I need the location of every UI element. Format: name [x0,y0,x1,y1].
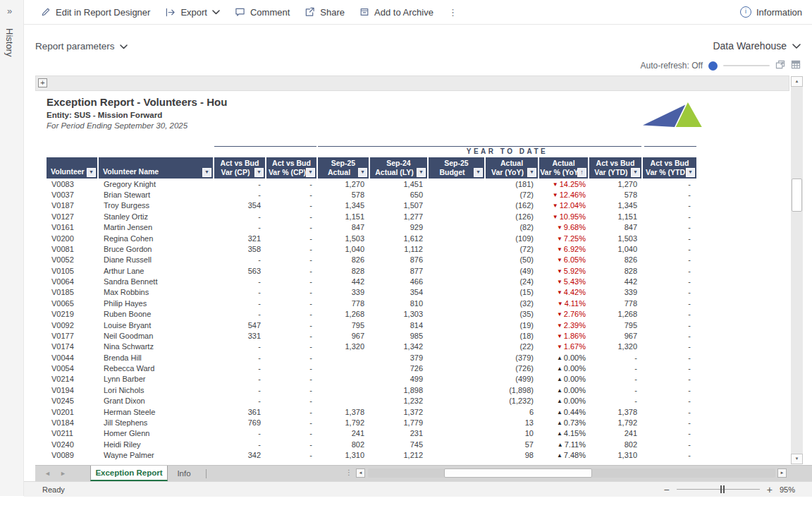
cell-act-vs-bud-var-cp: - [214,277,266,286]
zoom-slider-handle[interactable] [720,485,725,493]
horizontal-scrollbar[interactable] [368,468,775,478]
cell-act-vs-bud-var-pct-cp: - [266,223,318,231]
filter-dropdown-icon[interactable]: ▼ [686,168,695,177]
down-triangle-icon: ▼ [557,311,562,318]
cell-sep-24-actual-ly: 985 [370,332,429,340]
cell-act-vs-bud-var-ytd: 828 [589,267,643,275]
cell-act-vs-bud-var-pct-ytd: - [643,397,696,405]
pencil-icon [41,7,51,17]
vertical-scrollbar-thumb[interactable] [792,179,802,212]
column-header-sep-25-budget: Sep-25Budget▼ [429,157,486,179]
cell-volunteer-name: Arthur Lane [99,267,214,275]
cell-actual-var-yoy: (162) [486,201,539,210]
filter-dropdown-icon[interactable]: ▼ [202,168,211,177]
cell-sep-24-actual-ly: 466 [370,277,429,286]
scroll-left-icon[interactable]: ◄ [356,468,365,478]
expand-panel-icon[interactable]: » [7,6,12,16]
expand-outline-button[interactable]: + [38,78,47,87]
share-button[interactable]: Share [304,7,345,18]
cell-act-vs-bud-var-pct-ytd: - [643,255,696,264]
filter-dropdown-icon[interactable]: ▼ [417,168,426,177]
cell-actual-var-yoy: (24) [486,277,539,286]
information-button[interactable]: i Information [740,6,802,18]
toolbar-overflow-button[interactable]: ⋮ [448,7,457,18]
auto-refresh-slider-track[interactable] [723,65,770,66]
data-warehouse-selector[interactable]: Data Warehouse [713,40,801,52]
status-bar: Ready − + 95% [24,481,812,497]
cell-sep-25-actual: 1,268 [318,310,370,318]
report-entity: Entity: SUS - Mission Forward [47,111,162,119]
filter-dropdown-icon[interactable]: ▼ [254,168,264,177]
zoom-slider-track[interactable] [677,489,760,490]
cell-act-vs-bud-var-ytd: 847 [589,223,643,231]
tab-nav-right-icon[interactable]: ► [60,470,66,477]
filter-dropdown-icon[interactable]: ▼ [527,168,536,177]
zoom-out-button[interactable]: − [664,486,670,493]
share-icon [304,7,315,17]
tabbar-overflow-dots[interactable]: ⋮ [345,468,352,476]
filter-dropdown-icon[interactable]: ▼ [631,168,640,177]
tab-exception-report[interactable]: Exception Report [90,466,168,481]
cell-actual-var-yoy: (18) [486,332,539,340]
cell-act-vs-bud-var-cp: - [214,461,266,463]
down-triangle-icon: ▼ [557,344,562,350]
filter-dropdown-icon[interactable]: ▼ [474,168,483,177]
cell-act-vs-bud-var-ytd: 1,151 [589,212,643,221]
vertical-scrollbar[interactable]: ▲ ▼ [791,76,803,464]
history-panel-label[interactable]: History [4,28,15,56]
cell-act-vs-bud-var-pct-cp: - [266,429,318,437]
cell-sep-24-actual-ly: 1,342 [370,342,429,351]
zoom-in-button[interactable]: + [767,486,773,493]
cell-act-vs-bud-var-pct-cp: - [266,255,318,264]
auto-refresh-slider-handle[interactable] [708,61,718,71]
cell-sep-25-actual: 339 [318,288,370,296]
filter-dropdown-icon[interactable]: ▼ [358,168,367,177]
report-parameters-toggle[interactable]: Report parameters [35,41,128,52]
cell-act-vs-bud-var-pct-ytd: - [643,201,696,210]
grid-view-icon[interactable] [791,59,801,72]
cell-volunteer-name: Martin Jensen [99,223,214,231]
cell-sep-25-actual: 241 [318,429,370,437]
cell-sep-24-actual-ly: 354 [370,288,429,296]
cell-sep-24-actual-ly: 231 [370,429,429,437]
scroll-right-icon[interactable]: ► [777,468,787,478]
cell-act-vs-bud-var-cp: - [214,353,266,362]
cell-actual-var-yoy: 57 [486,440,539,449]
cell-actual-var-yoy: (72) [486,245,539,253]
up-triangle-icon: ▲ [557,355,562,361]
cell-act-vs-bud-var-pct-ytd: - [643,310,696,318]
cell-sep-24-actual-ly: 1,112 [370,245,429,253]
sort-filter-icon[interactable]: ↑ [577,168,586,177]
cell-volunteer-id: V0219 [47,310,99,318]
cell-actual-var-pct-yoy: ▼4.11% [539,299,589,308]
cell-act-vs-bud-var-cp: 361 [214,408,266,416]
tab-info[interactable]: Info [168,466,200,481]
cell-sep-24-actual-ly: 1,277 [370,212,429,221]
open-in-window-icon[interactable] [775,59,785,72]
table-row: V0211Homer Glenn--24123110▲4.15%241- [47,428,696,439]
filter-dropdown-icon[interactable]: ▼ [306,168,315,177]
horizontal-scrollbar-thumb[interactable] [444,468,592,478]
cell-actual-var-yoy: (379) [486,353,539,362]
cell-act-vs-bud-var-pct-ytd: - [643,451,696,459]
cell-act-vs-bud-var-pct-cp: - [266,386,318,394]
cell-actual-var-yoy: 13 [486,418,539,427]
group-overline [318,146,641,147]
tab-nav-left-icon[interactable]: ◄ [44,470,51,477]
column-header-label: Sep-25 [429,159,484,168]
cell-act-vs-bud-var-pct-ytd: - [643,321,696,329]
cell-act-vs-bud-var-pct-cp: - [266,332,318,340]
scroll-down-icon[interactable]: ▼ [791,454,803,464]
edit-in-report-designer-button[interactable]: Edit in Report Designer [41,7,150,18]
cell-actual-var-pct-yoy: ▼1.86% [539,332,589,340]
export-button[interactable]: Export [165,7,220,18]
cell-actual-var-pct-yoy: ▼12.46% [539,190,589,199]
filter-dropdown-icon[interactable]: ▼ [87,168,96,177]
column-header-label: Act vs Bud [643,159,696,168]
scroll-up-icon[interactable]: ▲ [791,76,803,87]
chevron-down-icon [212,10,220,15]
comment-button[interactable]: Comment [235,7,290,18]
cell-act-vs-bud-var-pct-cp: - [266,397,318,405]
table-row: V0200Regina Cohen321-1,5031,612(109)▼7.2… [47,233,696,243]
add-to-archive-button[interactable]: Add to Archive [359,7,433,18]
